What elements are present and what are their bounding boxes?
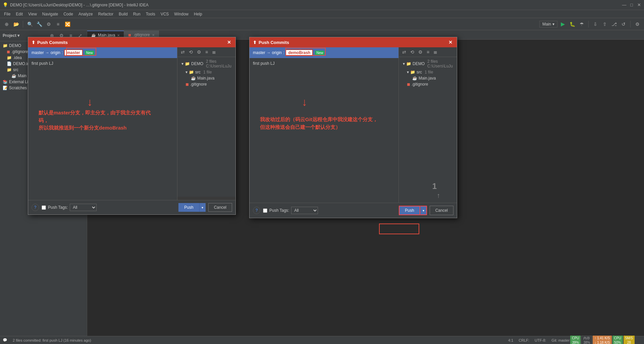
tab-main-java-close[interactable]: ✕ (117, 34, 120, 37)
close-button[interactable]: ✕ (637, 3, 641, 7)
dialog1-file-root: ▾ 📁 DEMO 2 files C:\Users\LuJu (180, 58, 233, 69)
vcs-push-button[interactable]: ⇧ (601, 20, 609, 28)
dialog2-push-tags-select[interactable]: All (291, 207, 318, 214)
vcs-update-button[interactable]: ⇩ (591, 20, 599, 28)
menu-window[interactable]: Window (171, 11, 191, 17)
dialog2-branch-colon: : (283, 50, 284, 55)
dialog1-rt-btn4[interactable]: ≡ (204, 49, 209, 55)
dialog1-file-main[interactable]: ☕ Main.java (180, 75, 233, 81)
scratches-icon: 📝 (3, 86, 8, 90)
toolbar-btn-7[interactable]: 🔀 (63, 20, 71, 28)
maximize-button[interactable]: □ (629, 3, 634, 7)
dialog2-cancel-btn[interactable]: Cancel (430, 206, 453, 215)
dialog2-rt-btn3[interactable]: ⚙ (417, 49, 424, 55)
dialog2-rt-btn2[interactable]: ⟲ (409, 49, 416, 55)
status-git-branch: Git: master : (551, 338, 572, 342)
dialog1-push-tags-select[interactable]: All (70, 204, 97, 211)
coverage-button[interactable]: ☂ (578, 20, 586, 28)
dialog2-rt-btn4[interactable]: ≡ (425, 49, 431, 55)
cpu-indicators: CPU 39% 内存 38% ↑ 1.41 K/S ↓ 1.18 K/S CPU… (570, 336, 635, 344)
menu-view[interactable]: View (25, 11, 40, 17)
toolbar-sep-3 (630, 21, 631, 28)
dialog1-push-tags-checkbox[interactable] (42, 205, 46, 210)
file-main-label2: Main.java (419, 76, 436, 81)
dialog1-help-btn[interactable]: ? (32, 204, 39, 211)
push-dialog-2: ⬆ Push Commits ✕ master → origin : demoB… (249, 37, 457, 218)
dialog1-push-btn[interactable]: Push (178, 203, 199, 212)
vcs-branch-button[interactable]: ⎇ (610, 20, 618, 28)
menu-tools[interactable]: Tools (143, 11, 158, 17)
dialog1-file-gitignore[interactable]: ◼ .gitignore (180, 81, 233, 87)
dialog1-push-btn-group: Push ▾ Cancel (178, 203, 232, 212)
file-root-label: DEMO (191, 61, 203, 66)
minimize-button[interactable]: — (622, 3, 627, 7)
toolbar-btn-6[interactable]: ≡ (54, 20, 62, 28)
dialog2-file-main[interactable]: ☕ Main.java (401, 75, 454, 81)
menu-analyze[interactable]: Analyze (76, 11, 96, 17)
dialog1-branch-origin: origin (51, 50, 60, 55)
menu-help[interactable]: Help (191, 11, 205, 17)
dialog1-rt-btn1[interactable]: ⇄ (179, 49, 186, 55)
dialog2-branch-bar: master → origin : demoBrash New (250, 47, 398, 58)
toolbar-btn-3[interactable]: 🔍 (26, 20, 34, 28)
vcs-history-button[interactable]: ↺ (620, 20, 628, 28)
dialog2-rt-btn1[interactable]: ⇄ (401, 49, 408, 55)
dialog2-push-arrow-btn[interactable]: ▾ (420, 206, 427, 215)
toolbar-btn-4[interactable]: 🔧 (35, 20, 43, 28)
cpu-label-2: CPU (614, 336, 621, 340)
cpu-box-1: CPU 39% (570, 336, 581, 344)
dialog1-rt-btn2[interactable]: ⟲ (187, 49, 194, 55)
dialog2-help-btn[interactable]: ? (253, 207, 260, 214)
tab-gitignore-close[interactable]: ✕ (152, 33, 155, 37)
dialog1-rt-btn3[interactable]: ⚙ (196, 49, 203, 55)
tree-label-idea: .idea (13, 55, 22, 60)
menu-navigate[interactable]: Navigate (40, 11, 61, 17)
mem-val: 38% (583, 340, 590, 344)
dialog2-right-toolbar: ⇄ ⟲ ⚙ ≡ ≣ (399, 47, 457, 57)
dialog1-branch-arrow: → (45, 50, 49, 55)
menu-vcs[interactable]: VCS (158, 11, 172, 17)
menu-file[interactable]: File (1, 11, 13, 17)
toolbar-sep-2 (588, 21, 589, 28)
debug-button[interactable]: 🐛 (568, 20, 576, 28)
dialog1-rt-btn5[interactable]: ≣ (211, 49, 217, 55)
toolbar-btn-1[interactable]: ⊕ (3, 20, 11, 28)
menubar: File Edit View Navigate Code Analyze Ref… (0, 10, 644, 18)
dialog2-right: ⇄ ⟲ ⚙ ≡ ≣ ▾ 📁 DEMO 2 files C:\Users\LuJu… (399, 47, 457, 203)
dialog1-commit-item[interactable]: first push LJ (32, 60, 174, 67)
expand-icon-1: ▾ (181, 61, 183, 66)
expand-icon-d2-1: ▾ (403, 61, 405, 66)
menu-code[interactable]: Code (61, 11, 76, 17)
dialog1-cancel-btn[interactable]: Cancel (208, 203, 232, 212)
dialog2-close-btn[interactable]: ✕ (447, 39, 453, 45)
run-button[interactable]: ▶ (559, 20, 567, 28)
dialog1-titlebar: ⬆ Push Commits ✕ (28, 37, 235, 47)
dialog2-file-gitignore[interactable]: ◼ .gitignore (401, 81, 454, 87)
cpu-box-2: 内存 38% (581, 336, 592, 344)
dialog1-branch-to[interactable]: master (64, 49, 83, 56)
dialog2-push-tags-checkbox[interactable] (263, 208, 267, 213)
menu-build[interactable]: Build (116, 11, 130, 17)
toolbar-btn-2[interactable]: 📂 (12, 20, 20, 28)
dialog2-rt-btn5[interactable]: ≣ (432, 49, 439, 55)
toolbar-settings[interactable]: ⚙ (633, 20, 641, 28)
menu-run[interactable]: Run (130, 11, 143, 17)
menu-refactor[interactable]: Refactor (96, 11, 116, 17)
dialog2-push-tags-label: Push Tags: (269, 208, 289, 213)
push-dialog-1: ⬆ Push Commits ✕ master → origin : maste… (28, 37, 236, 215)
dialog2-branch-to[interactable]: demoBrash (285, 49, 313, 56)
cpu-box-4: CPU 50% (612, 336, 623, 344)
dialog2-push-btn[interactable]: Push (399, 206, 420, 215)
run-config-selector[interactable]: Main ▾ (539, 21, 557, 28)
dialog1-close-btn[interactable]: ✕ (226, 39, 232, 45)
java-file-icon: ☕ (191, 76, 196, 81)
toolbar-btn-5[interactable]: ⚙ (45, 20, 53, 28)
dialog1-branch-from: master (32, 50, 44, 55)
dialog1-push-arrow-btn[interactable]: ▾ (199, 203, 206, 212)
dialog2-commit-label: first push LJ (253, 61, 275, 66)
menu-edit[interactable]: Edit (13, 11, 25, 17)
dialog1-file-src: ▾ 📁 src 1 file (180, 69, 233, 75)
dialog2-file-tree: ▾ 📁 DEMO 2 files C:\Users\LuJu ▾ 📁 src 1… (399, 57, 457, 89)
dialog2-commit-item[interactable]: first push LJ (253, 60, 395, 67)
dialog1-body: master → origin : master New first push … (28, 47, 235, 200)
